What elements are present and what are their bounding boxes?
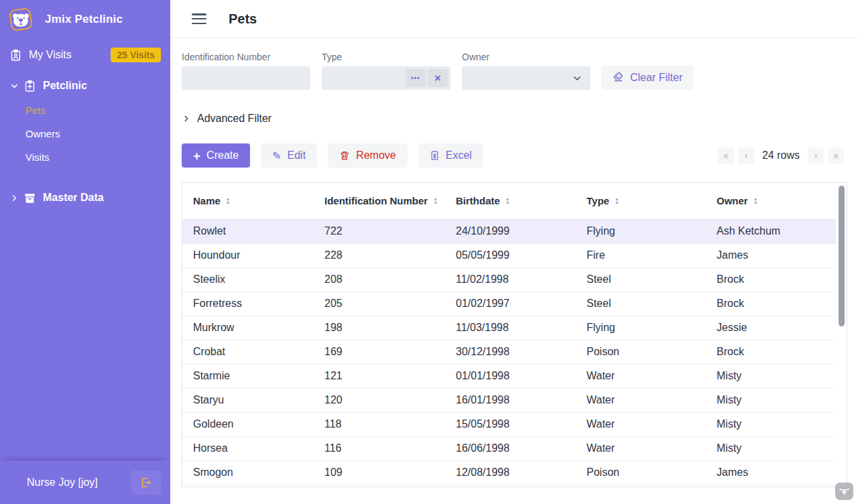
cell-type: Flying [576, 219, 706, 243]
last-page-button[interactable]: » [828, 147, 844, 164]
cell-owner: James [706, 243, 836, 267]
next-page-button[interactable]: › [808, 147, 824, 164]
clipboard-medical-icon [23, 80, 36, 92]
clear-filter-button[interactable]: Clear Filter [601, 66, 694, 90]
vaadin-logo-icon [839, 486, 850, 497]
visits-count-badge: 25 Visits [111, 48, 161, 62]
column-header-type[interactable]: Type▲▼ [576, 183, 706, 219]
sort-icon[interactable]: ▲▼ [226, 197, 231, 204]
edit-button[interactable]: ✎ Edit [261, 143, 317, 168]
cell-name: Smogon [182, 460, 314, 485]
cell-birthdate: 16/01/1998 [445, 388, 576, 412]
sort-icon[interactable]: ▲▼ [505, 197, 510, 204]
identification-number-field: Identification Number [182, 52, 310, 90]
table-row[interactable]: Murkrow19811/03/1998FlyingJessie [182, 316, 836, 340]
advanced-filter-toggle[interactable]: Advanced Filter [182, 113, 847, 125]
spreadsheet-file-icon [430, 150, 440, 161]
cell-type: Steel [576, 267, 706, 292]
table-scrollbar[interactable] [839, 186, 845, 326]
table-row[interactable]: Staryu12016/01/1998WaterMisty [182, 388, 836, 412]
table-row[interactable]: Horsea11616/06/1998WaterMisty [182, 436, 836, 460]
cell-type: Water [576, 364, 706, 388]
cell-type: Water [576, 388, 706, 412]
cell-owner: Brock [706, 340, 836, 364]
cell-birthdate: 30/12/1998 [445, 340, 576, 364]
sidebar-item-my-visits[interactable]: My Visits 25 Visits [0, 42, 170, 68]
owner-label: Owner [462, 52, 591, 62]
table-row[interactable]: Goldeen11815/05/1998WaterMisty [182, 412, 836, 436]
cell-id: 116 [314, 436, 445, 460]
dog-face-icon [9, 8, 32, 31]
cell-name: Houndour [182, 243, 314, 267]
sidebar-group-master-data[interactable]: Master Data [0, 185, 170, 210]
excel-button[interactable]: Excel [418, 143, 483, 168]
sidebar-item-visits[interactable]: Visits [0, 145, 170, 169]
clear-filter-label: Clear Filter [630, 72, 682, 84]
cell-id: 228 [314, 243, 445, 267]
cell-id: 208 [314, 267, 445, 292]
table-row[interactable]: Houndour22805/05/1999FireJames [182, 243, 836, 267]
owner-select[interactable] [462, 66, 591, 90]
first-page-button[interactable]: « [718, 147, 734, 164]
identification-number-input[interactable] [182, 66, 310, 90]
cell-birthdate: 16/06/1998 [445, 436, 576, 460]
table-row[interactable]: Steelix20811/02/1998SteelBrock [182, 267, 836, 292]
cell-owner: Brock [706, 267, 836, 292]
column-header-owner[interactable]: Owner▲▼ [706, 183, 836, 219]
app-logo-icon [8, 7, 34, 32]
excel-button-label: Excel [446, 149, 472, 162]
type-field: Type ••• × [322, 52, 450, 90]
sidebar-item-owners[interactable]: Owners [0, 122, 170, 145]
remove-button-label: Remove [356, 149, 396, 162]
chevron-down-icon [7, 81, 21, 91]
cell-type: Water [576, 412, 706, 436]
cell-owner: Ash Ketchum [706, 219, 836, 243]
logout-button[interactable] [131, 470, 161, 495]
type-input[interactable]: ••• × [322, 66, 450, 90]
cell-owner: Misty [706, 436, 836, 460]
cell-name: Forretress [182, 292, 314, 316]
menu-toggle-icon[interactable] [192, 13, 206, 24]
app-window: Jmix Petclinic My Visits 25 Visits [0, 0, 858, 504]
cell-owner: Brock [706, 292, 836, 316]
cell-name: Horsea [182, 436, 314, 460]
table-row[interactable]: Starmie12101/01/1998WaterMisty [182, 364, 836, 388]
cell-type: Water [576, 436, 706, 460]
sort-icon[interactable]: ▲▼ [753, 197, 758, 204]
cell-name: Murkrow [182, 316, 314, 340]
type-clear-button[interactable]: × [428, 69, 448, 87]
table-row[interactable]: Crobat16930/12/1998PoisonBrock [182, 340, 836, 364]
cell-birthdate: 15/05/1998 [445, 412, 576, 436]
cell-type: Poison [576, 460, 706, 485]
cell-birthdate: 01/01/1998 [445, 364, 576, 388]
previous-page-button[interactable]: ‹ [738, 147, 754, 164]
column-header-identification-number[interactable]: Identification Number▲▼ [314, 183, 445, 219]
clipboard-user-icon [9, 49, 22, 62]
logged-in-user: Nurse Joy [joy] [27, 477, 98, 489]
create-button[interactable]: + Create [182, 143, 250, 168]
cell-id: 722 [314, 219, 445, 243]
cell-birthdate: 11/02/1998 [445, 267, 576, 292]
vaadin-dev-tools-button[interactable] [835, 483, 853, 500]
column-header-name[interactable]: Name▲▼ [182, 183, 314, 219]
cell-owner: Jessie [706, 316, 836, 340]
cell-birthdate: 24/10/1999 [445, 219, 576, 243]
type-label: Type [322, 52, 450, 62]
sidebar-item-pets[interactable]: Pets [0, 99, 170, 122]
chevron-down-icon[interactable] [572, 73, 583, 84]
cell-id: 120 [314, 388, 445, 412]
cell-type: Flying [576, 316, 706, 340]
cell-name: Steelix [182, 267, 314, 292]
column-header-birthdate[interactable]: Birthdate▲▼ [445, 183, 576, 219]
sidebar-group-petclinic[interactable]: Petclinic [0, 73, 170, 99]
table-row[interactable]: Forretress20501/02/1997SteelBrock [182, 292, 836, 316]
cell-type: Steel [576, 292, 706, 316]
sort-icon[interactable]: ▲▼ [615, 197, 619, 204]
type-picker-ellipsis-button[interactable]: ••• [406, 69, 426, 87]
sort-icon[interactable]: ▲▼ [433, 197, 438, 204]
owner-field: Owner [462, 52, 591, 90]
table-row[interactable]: Smogon10912/08/1998PoisonJames [182, 460, 836, 485]
table-row[interactable]: Rowlet72224/10/1999FlyingAsh Ketchum [182, 219, 836, 243]
remove-button[interactable]: Remove [328, 143, 408, 168]
cell-birthdate: 11/03/1998 [445, 316, 576, 340]
